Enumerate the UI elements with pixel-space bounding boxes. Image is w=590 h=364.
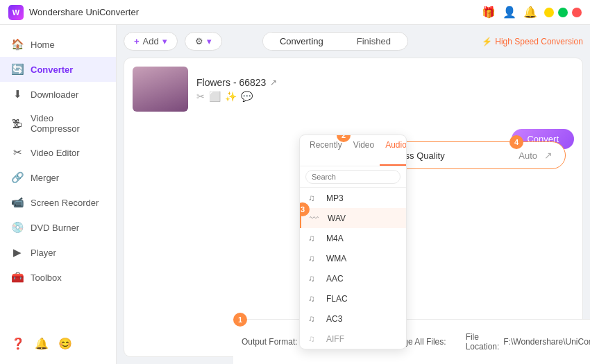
crop-icon[interactable]: ⬜ <box>209 91 221 102</box>
sidebar-item-home[interactable]: 🏠 Home <box>0 32 116 57</box>
sidebar-label-converter: Converter <box>31 64 73 75</box>
settings-button[interactable]: ⚙ ▾ <box>185 32 222 51</box>
sidebar-item-player[interactable]: ▶ Player <box>0 240 116 265</box>
bottom-bar: 1 Output Format: WAV ▼ ⚙ 📁 Merge All Fil… <box>233 319 590 364</box>
file-thumbnail <box>133 67 188 112</box>
titlebar: W Wondershare UniConverter 🎁 👤 🔔 <box>0 0 590 25</box>
format-m4a[interactable]: ♫ M4A <box>300 228 406 248</box>
badge-4: 4 <box>509 135 523 149</box>
format-wav[interactable]: 3 〰 WAV <box>300 208 406 228</box>
sidebar-label-compressor: Video Compressor <box>31 113 105 134</box>
format-search <box>300 166 406 188</box>
subtitle-icon[interactable]: 💬 <box>241 91 253 102</box>
thumbnail-image <box>133 67 188 112</box>
downloader-icon: ⬇ <box>11 88 24 101</box>
settings-dropdown-icon: ▾ <box>207 36 212 46</box>
tab-group: Converting Finished <box>262 32 408 51</box>
aiff-label: AIFF <box>326 334 344 344</box>
recorder-icon: 📹 <box>11 196 24 209</box>
main-layout: 🏠 Home 🔄 Converter ⬇ Downloader 🗜 Video … <box>0 25 590 364</box>
format-aac[interactable]: ♫ AAC <box>300 268 406 288</box>
sidebar-label-player: Player <box>31 248 56 258</box>
mp3-icon: ♫ <box>308 193 321 203</box>
add-label: Add <box>143 36 159 46</box>
tab-video[interactable]: Video <box>348 135 380 166</box>
window-controls <box>544 8 582 17</box>
gift-icon[interactable]: 🎁 <box>482 6 496 19</box>
quality-edit-icon[interactable]: ↗ <box>544 150 553 161</box>
format-wma[interactable]: ♫ WMA <box>300 248 406 268</box>
format-list: ♫ MP3 3 〰 WAV ♫ M4A ♫ WMA <box>300 188 406 349</box>
aac-icon: ♫ <box>308 273 321 284</box>
minimize-button[interactable] <box>544 8 554 17</box>
format-search-input[interactable] <box>305 170 401 184</box>
external-link-icon[interactable]: ↗ <box>270 78 277 87</box>
merger-icon: 🔗 <box>11 171 24 184</box>
m4a-label: M4A <box>326 234 344 243</box>
feedback-icon[interactable]: 😊 <box>58 337 72 350</box>
lightning-icon: ⚡ <box>482 37 492 46</box>
sidebar-label-recorder: Screen Recorder <box>31 198 99 208</box>
add-dropdown-icon: ▾ <box>162 36 167 46</box>
sidebar-item-converter[interactable]: 🔄 Converter <box>0 57 116 82</box>
add-files-button[interactable]: + Add ▾ <box>124 32 178 51</box>
file-name-row: Flowers - 66823 ↗ <box>196 77 574 88</box>
wma-label: WMA <box>326 254 346 263</box>
home-icon: 🏠 <box>11 38 24 51</box>
help-icon[interactable]: ❓ <box>11 337 25 350</box>
sidebar-label-merger: Merger <box>31 173 59 183</box>
settings-icon: ⚙ <box>195 36 203 46</box>
speed-text: High Speed Conversion <box>495 37 583 46</box>
output-format-label: Output Format: <box>242 337 298 347</box>
sidebar-item-video-compressor[interactable]: 🗜 Video Compressor <box>0 107 116 140</box>
format-ac3[interactable]: ♫ AC3 <box>300 309 406 329</box>
sidebar-footer: ❓ 🔔 😊 <box>0 330 116 357</box>
tab-converting[interactable]: Converting <box>263 33 340 50</box>
sidebar: 🏠 Home 🔄 Converter ⬇ Downloader 🗜 Video … <box>0 25 117 364</box>
thumb-controls: ✂ ⬜ ✨ 💬 <box>196 91 574 102</box>
file-location-path: F:\Wondershare\UniConverter <box>503 337 590 347</box>
sidebar-item-downloader[interactable]: ⬇ Downloader <box>0 82 116 107</box>
add-icon: + <box>134 36 140 46</box>
file-location-row: File Location: F:\Wondershare\UniConvert… <box>466 332 590 352</box>
sidebar-item-screen-recorder[interactable]: 📹 Screen Recorder <box>0 190 116 215</box>
wma-icon: ♫ <box>308 253 321 263</box>
maximize-button[interactable] <box>558 8 568 17</box>
flac-label: FLAC <box>326 294 348 304</box>
file-card: Flowers - 66823 ↗ ✂ ⬜ ✨ 💬 Convert 2 <box>124 58 583 357</box>
file-location-label: File Location: <box>466 332 500 352</box>
format-aiff[interactable]: ♫ AIFF <box>300 329 406 349</box>
tab-finished[interactable]: Finished <box>340 33 407 50</box>
sidebar-item-toolbox[interactable]: 🧰 Toolbox <box>0 265 116 290</box>
main-content: + Add ▾ ⚙ ▾ Converting Finished ⚡ High S… <box>117 25 590 364</box>
format-dropdown-overlay: 2 Recently Video Audio Device Web Video … <box>299 135 407 349</box>
sidebar-item-dvd-burner[interactable]: 💿 DVD Burner <box>0 215 116 240</box>
effects-icon[interactable]: ✨ <box>225 91 237 102</box>
file-name-text: Flowers - 66823 <box>196 77 266 88</box>
app-title: Wondershare UniConverter <box>29 7 482 17</box>
tab-audio[interactable]: Audio <box>380 135 407 166</box>
format-flac[interactable]: ♫ FLAC <box>300 288 406 309</box>
quality-value: Auto <box>519 150 537 161</box>
badge-1: 1 <box>233 313 247 327</box>
user-icon[interactable]: 👤 <box>503 6 516 19</box>
ac3-label: AC3 <box>326 314 342 324</box>
sidebar-label-home: Home <box>31 40 55 50</box>
sidebar-item-merger[interactable]: 🔗 Merger <box>0 165 116 190</box>
mp3-label: MP3 <box>326 193 344 203</box>
wav-label: WAV <box>328 214 346 223</box>
aiff-icon: ♫ <box>308 333 321 344</box>
sidebar-label-toolbox: Toolbox <box>31 272 62 283</box>
sidebar-item-video-editor[interactable]: ✂ Video Editor <box>0 140 116 165</box>
format-tabs: Recently Video Audio Device Web Video <box>300 135 406 166</box>
file-info: Flowers - 66823 ↗ ✂ ⬜ ✨ 💬 <box>196 77 574 102</box>
scissors-icon[interactable]: ✂ <box>196 91 205 102</box>
format-mp3[interactable]: ♫ MP3 <box>300 188 406 208</box>
player-icon: ▶ <box>11 246 24 259</box>
sidebar-label-dvd: DVD Burner <box>31 223 79 233</box>
speed-conversion-label: ⚡ High Speed Conversion <box>482 37 583 46</box>
close-button[interactable] <box>572 8 582 17</box>
notification-icon[interactable]: 🔔 <box>35 337 49 350</box>
toolbox-icon: 🧰 <box>11 271 24 284</box>
bell-icon[interactable]: 🔔 <box>523 6 537 19</box>
